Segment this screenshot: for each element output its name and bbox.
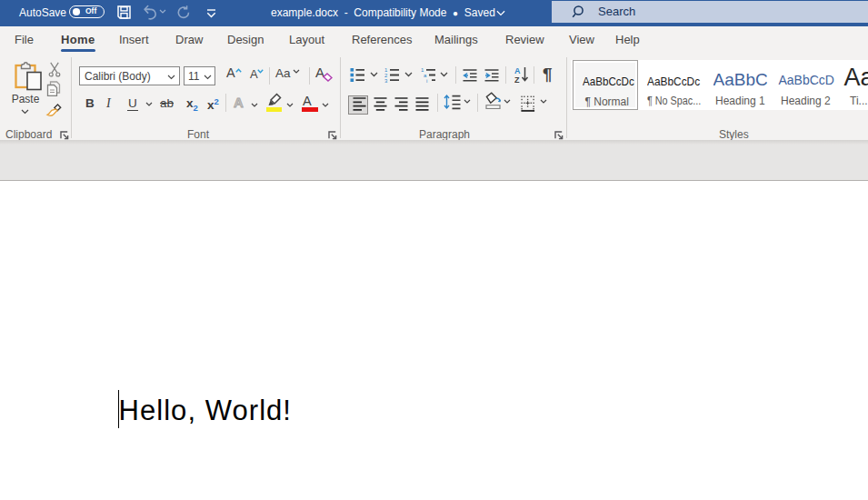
svg-text:Z: Z bbox=[514, 75, 520, 84]
svg-text:A: A bbox=[514, 66, 521, 75]
svg-text:i: i bbox=[426, 78, 427, 83]
svg-text:3: 3 bbox=[384, 78, 388, 83]
